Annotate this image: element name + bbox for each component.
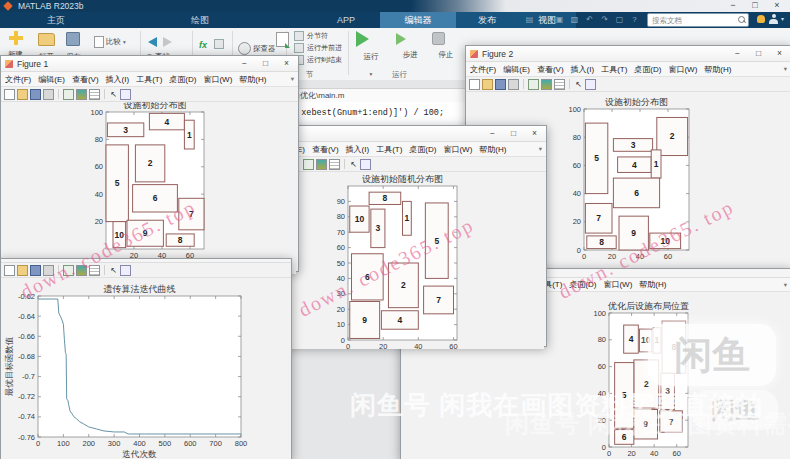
step-button[interactable]: 步进 [396,30,424,60]
menu-item[interactable]: 工具(T) [136,74,162,85]
menu-item[interactable]: 文件(F) [470,64,496,75]
property-inspector-icon[interactable] [360,159,371,170]
menu-item[interactable]: 桌面(D) [409,144,436,155]
save-figure-icon[interactable] [30,265,41,276]
run-advance-button[interactable]: 运行并前进 [294,42,342,54]
qa-help-icon[interactable]: ? [629,14,640,26]
figure1-titlebar[interactable]: Figure 1 − □ × [1,56,298,72]
user-account-icon[interactable] [769,14,778,24]
figure2-close-button[interactable]: × [771,46,788,61]
property-inspector-icon[interactable] [585,79,596,90]
qa-window-icon[interactable]: ▢ [614,14,625,26]
qa-copy-icon[interactable]: ▣ [554,14,565,26]
menu-item[interactable]: 帮助(H) [479,144,506,155]
menu-item[interactable]: 工具(T) [601,64,627,75]
go-back-button[interactable] [148,33,157,51]
figure2-minimize-button[interactable]: − [729,46,746,61]
menubar-pin-icon[interactable]: ▾ [784,281,787,289]
new-figure-icon[interactable] [4,89,15,100]
open-file-icon[interactable] [17,89,28,100]
menu-item[interactable]: 编辑(E) [38,74,65,85]
menubar-pin-icon[interactable]: ▾ [539,145,542,153]
figure4-plot[interactable]: 遗传算法迭代曲线0100200300400500600700800-0.76-0… [1,278,289,459]
colorbar-icon[interactable] [76,89,87,100]
menu-item[interactable]: 帮助(H) [704,64,731,75]
legend-icon[interactable] [89,89,100,100]
open-file-icon[interactable] [482,79,493,90]
save-figure-icon[interactable] [495,79,506,90]
menubar-pin-icon[interactable]: ▾ [784,65,787,73]
pointer-tool-icon[interactable]: ↖ [109,266,118,275]
section-script-button[interactable] [276,32,289,51]
run-button[interactable]: 运行 ▾ [356,30,386,80]
colorbar-icon[interactable] [76,265,87,276]
figure1-plot[interactable]: 设施初始分布图2040602040608010034125671098 [1,102,296,274]
menu-item[interactable]: 查看(V) [72,74,99,85]
app-close-button[interactable]: × [768,0,786,12]
print-icon[interactable] [43,265,54,276]
qa-cut-icon[interactable]: ✂ [539,14,550,26]
doc-search-box[interactable] [647,13,749,27]
link-plot-icon[interactable] [303,159,314,170]
qa-paste-icon[interactable]: ▧ [569,14,580,26]
figure1-close-button[interactable]: × [278,56,295,71]
figure2-titlebar[interactable]: Figure 2 − □ × [466,46,790,62]
menu-item[interactable]: 查看(V) [312,144,339,155]
figure3-minimize-button[interactable]: − [484,126,501,141]
menubar-pin-icon[interactable]: ▾ [291,75,294,83]
menu-item[interactable]: 工具(T) [376,144,402,155]
menu-item[interactable]: 窗口(W) [668,64,697,75]
pointer-tool-icon[interactable]: ↖ [349,160,358,169]
open-file-icon[interactable] [17,265,28,276]
section-break-button[interactable]: 分节符 [294,30,342,42]
link-plot-icon[interactable] [63,265,74,276]
pointer-tool-icon[interactable]: ↖ [574,80,583,89]
go-forward-button[interactable] [163,33,172,51]
colorbar-icon[interactable] [541,79,552,90]
refactor-button[interactable]: fx [199,34,207,52]
tab-plots[interactable]: 绘图 [172,12,228,28]
colorbar-icon[interactable] [316,159,327,170]
app-maximize-button[interactable]: □ [746,0,764,12]
legend-icon[interactable] [329,159,340,170]
app-titlebar[interactable]: MATLAB R2023b − □ × [0,0,790,12]
print-icon[interactable] [508,79,519,90]
new-figure-icon[interactable] [469,79,480,90]
menu-item[interactable]: 插入(I) [571,64,595,75]
figure3-maximize-button[interactable]: □ [505,126,522,141]
figure3-close-button[interactable]: × [526,126,543,141]
property-inspector-icon[interactable] [120,89,131,100]
menu-item[interactable]: 帮助(H) [639,279,666,290]
menu-item[interactable]: 桌面(D) [569,279,596,290]
menu-item[interactable]: 窗口(W) [203,74,232,85]
run-to-end-button[interactable]: 运行到结束 [294,54,342,66]
indent-button[interactable] [214,35,224,53]
figure1-minimize-button[interactable]: − [236,56,253,71]
menu-item[interactable]: 帮助(H) [239,74,266,85]
new-figure-icon[interactable] [4,265,15,276]
tab-publish[interactable]: 发布 [456,12,518,28]
qa-undo-icon[interactable]: ↶ [584,14,595,26]
stop-button[interactable]: 停止 [432,30,460,60]
print-icon[interactable] [43,89,54,100]
link-plot-icon[interactable] [63,89,74,100]
pointer-tool-icon[interactable]: ↖ [109,90,118,99]
property-inspector-icon[interactable] [120,265,131,276]
menu-item[interactable]: 文件(F) [5,74,31,85]
qa-save-icon[interactable]: ▤ [524,14,535,26]
link-plot-icon[interactable] [528,79,539,90]
menu-item[interactable]: 桌面(D) [169,74,196,85]
menu-item[interactable]: 插入(I) [106,74,130,85]
tab-apps[interactable]: APP [318,12,374,28]
tab-home[interactable]: 主页 [28,12,84,28]
notification-bell-icon[interactable] [757,15,765,23]
menu-item[interactable]: 插入(I) [346,144,370,155]
menu-item[interactable]: 窗口(W) [443,144,472,155]
menu-item[interactable]: 窗口(W) [603,279,632,290]
figure1-maximize-button[interactable]: □ [257,56,274,71]
user-menu-caret-icon[interactable]: ▾ [781,15,784,22]
profiler-button[interactable]: 探查器 [238,42,276,55]
legend-icon[interactable] [89,265,100,276]
tab-editor[interactable]: 编辑器 [380,12,456,28]
compare-button[interactable]: 比较 ▾ [94,36,126,48]
